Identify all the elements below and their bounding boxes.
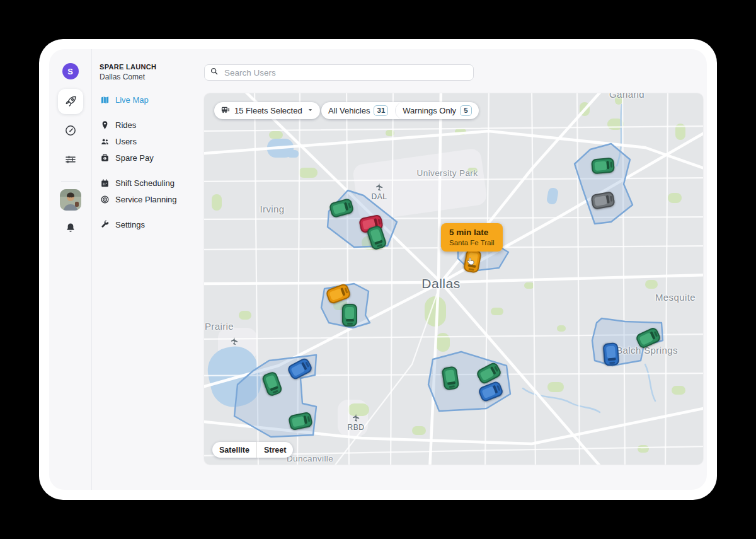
- filter-all-vehicles-label: All Vehicles: [328, 106, 370, 115]
- org-name: SPARE LAUNCH: [100, 63, 184, 71]
- nav-group: Live Map: [100, 91, 184, 108]
- nav-item-live-map[interactable]: Live Map: [100, 91, 184, 108]
- vehicle-nose: [377, 244, 382, 248]
- target-icon: [100, 194, 110, 204]
- park-area: [299, 168, 318, 178]
- hand-cursor-icon: [466, 257, 476, 267]
- park-area: [436, 333, 450, 352]
- road-minor: [391, 93, 393, 465]
- nav-item-rides[interactable]: Rides: [100, 117, 184, 133]
- main-area: GarlandUniversity ParkIrvingDallasMesqui…: [184, 49, 707, 490]
- fleet-name: Dallas Comet: [100, 72, 184, 81]
- vehicle-marker-green[interactable]: [442, 366, 460, 391]
- filter-warnings-only[interactable]: Warnings Only 5: [395, 102, 479, 119]
- vehicle-nose: [272, 390, 278, 394]
- map-icon: [100, 95, 110, 105]
- vehicle-roof: [346, 307, 355, 319]
- vehicle-windshield: [346, 319, 354, 322]
- layer-satellite-button[interactable]: Satellite: [212, 442, 256, 458]
- vehicle-filter-toggle: All Vehicles 31 Warnings Only 5: [321, 102, 479, 119]
- park-area: [668, 193, 682, 203]
- nav-group: Shift SchedulingService Planning: [100, 175, 184, 207]
- park-area: [615, 95, 622, 105]
- nav-item-shift-scheduling[interactable]: Shift Scheduling: [100, 175, 184, 191]
- nav-column: SPARE LAUNCH Dallas Comet Live MapRidesU…: [92, 49, 184, 490]
- vehicle-windshield: [606, 195, 610, 203]
- nav-item-spare-pay[interactable]: Spare Pay: [100, 149, 184, 166]
- vehicle-roof: [445, 369, 456, 383]
- nav-menu: Live MapRidesUsersSpare PayShift Schedul…: [100, 91, 184, 233]
- rail-divider: [61, 181, 80, 182]
- map-base-layer: [204, 93, 703, 465]
- nav-item-label: Shift Scheduling: [115, 178, 175, 188]
- park-area: [412, 426, 426, 435]
- chevron-down-icon: [307, 106, 314, 115]
- park-area: [638, 445, 649, 453]
- nav-item-label: Spare Pay: [115, 153, 154, 163]
- pay-icon: [100, 153, 110, 163]
- map-canvas[interactable]: GarlandUniversity ParkIrvingDallasMesqui…: [204, 93, 703, 465]
- vehicle-nose: [610, 195, 613, 201]
- fleet-selector-label: 15 Fleets Selected: [234, 106, 302, 115]
- park-area: [348, 403, 369, 416]
- rail-preferences[interactable]: [58, 147, 83, 172]
- nav-item-users[interactable]: Users: [100, 133, 184, 149]
- nav-group: RidesUsersSpare Pay: [100, 117, 184, 166]
- vehicle-late-tooltip: 5 min late Santa Fe Trail: [441, 223, 503, 252]
- vehicle-marker-green[interactable]: [342, 304, 357, 327]
- nav-group: Settings: [100, 216, 184, 233]
- bell-icon: [64, 222, 77, 235]
- vehicle-marker-green[interactable]: [591, 157, 615, 174]
- filter-warnings-only-label: Warnings Only: [403, 106, 456, 115]
- search-bar[interactable]: [204, 64, 474, 81]
- nav-item-settings[interactable]: Settings: [100, 216, 184, 233]
- park-area: [672, 386, 685, 395]
- park-area: [467, 168, 478, 174]
- rail-notifications[interactable]: [58, 216, 83, 241]
- pin-icon: [100, 120, 110, 130]
- nav-item-label: Rides: [115, 120, 136, 130]
- rail-dashboard[interactable]: [58, 118, 83, 143]
- app-logo[interactable]: S: [58, 62, 83, 80]
- layer-street-button[interactable]: Street: [256, 442, 293, 458]
- vehicle-nose: [468, 268, 474, 271]
- water-area: [287, 150, 299, 158]
- park-area: [645, 280, 658, 289]
- vehicle-nose: [378, 219, 381, 224]
- vehicle-roof: [606, 345, 616, 358]
- nav-item-label: Live Map: [115, 95, 149, 105]
- road-minor: [204, 217, 703, 219]
- calendar-icon: [100, 178, 110, 188]
- vehicle-marker-blue[interactable]: [602, 342, 619, 366]
- fleet-selector-dropdown[interactable]: 15 Fleets Selected: [214, 102, 320, 119]
- tooltip-route: Santa Fe Trail: [449, 239, 495, 246]
- water-area: [546, 187, 559, 205]
- app-window: S SPARE LAUNCH Dallas Comet Live MapRide…: [39, 39, 717, 500]
- nav-item-label: Service Planning: [115, 195, 177, 204]
- base-layer-switch: Satellite Street: [212, 442, 293, 458]
- nav-item-service-planning[interactable]: Service Planning: [100, 191, 184, 207]
- wrench-icon: [100, 219, 110, 229]
- icon-rail: S: [49, 49, 92, 490]
- rail-launch[interactable]: [58, 89, 83, 114]
- all-vehicles-count-badge: 31: [374, 105, 388, 116]
- user-avatar[interactable]: [60, 189, 81, 211]
- service-zone[interactable]: [575, 144, 633, 224]
- warnings-count-badge: 5: [460, 105, 472, 116]
- search-input[interactable]: [223, 67, 468, 78]
- rocket-icon: [64, 95, 77, 108]
- vehicle-nose: [345, 287, 348, 293]
- vehicle-nose: [609, 362, 615, 364]
- service-zone[interactable]: [428, 352, 510, 411]
- gauge-icon: [64, 124, 77, 137]
- park-area: [212, 194, 222, 211]
- vehicle-roof: [594, 195, 607, 206]
- vehicle-nose: [449, 385, 455, 388]
- search-icon: [210, 67, 219, 78]
- app-logo-badge: S: [62, 63, 79, 79]
- nav-item-label: Users: [115, 137, 137, 146]
- vehicle-windshield: [447, 381, 455, 385]
- park-area: [547, 382, 564, 392]
- fleet-icon: [220, 105, 230, 117]
- filter-all-vehicles[interactable]: All Vehicles 31: [321, 102, 395, 119]
